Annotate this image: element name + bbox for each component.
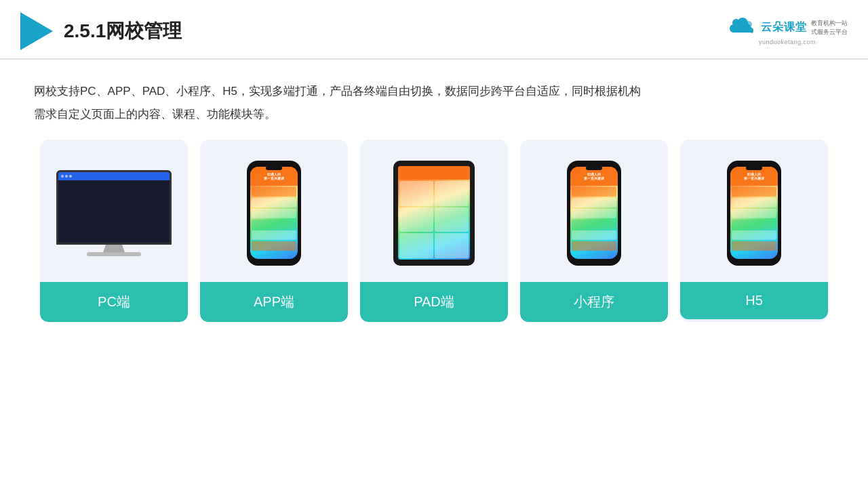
- phone-app-frame: 职通人的第一堂兴趣课: [247, 161, 301, 266]
- card-h5-image: 职通人的第一堂兴趣课: [680, 140, 828, 282]
- phone-notch: [266, 166, 282, 170]
- page-title: 2.5.1网校管理: [64, 18, 182, 44]
- phone-h5-content: [730, 186, 778, 259]
- brand-name-en: yunduoketang.com: [759, 39, 816, 45]
- card-pad-image: [360, 140, 508, 282]
- phone-h5-mockup: 职通人的第一堂兴趣课: [727, 161, 781, 266]
- phone-h5-notch: [746, 166, 762, 170]
- cloud-icon: [727, 18, 757, 38]
- brand-name-cn: 云朵课堂: [761, 20, 807, 35]
- brand-slogan: 教育机构一站 式服务云平台: [811, 19, 848, 36]
- phone-mini-content: [570, 186, 618, 259]
- brand-logo: 云朵课堂 教育机构一站 式服务云平台 yunduoketang.com: [727, 18, 848, 45]
- pc-device-mockup: [56, 170, 172, 256]
- phone-app-screen: 职通人的第一堂兴趣课: [250, 167, 298, 259]
- card-pc-image: [40, 140, 188, 282]
- main-content: 网校支持PC、APP、PAD、小程序、H5，实现多端打通，产品各终端自由切换，数…: [0, 60, 868, 336]
- phone-mini-mockup: 职通人的第一堂兴趣课: [567, 161, 621, 266]
- card-pc-label: PC端: [40, 282, 188, 322]
- logo-triangle-icon: [20, 12, 53, 50]
- card-pad: PAD端: [360, 140, 508, 322]
- card-app-image: 职通人的第一堂兴趣课: [200, 140, 348, 282]
- card-pad-label: PAD端: [360, 282, 508, 322]
- card-h5: 职通人的第一堂兴趣课 H5: [680, 140, 828, 322]
- header: 2.5.1网校管理 云朵课堂 教育机构一站 式服务云平台 yunduoketan…: [0, 0, 868, 60]
- card-pc: PC端: [40, 140, 188, 322]
- description-text: 网校支持PC、APP、PAD、小程序、H5，实现多端打通，产品各终端自由切换，数…: [34, 80, 834, 126]
- header-right: 云朵课堂 教育机构一站 式服务云平台 yunduoketang.com: [727, 18, 848, 45]
- tablet-mockup: [393, 161, 475, 266]
- header-left: 2.5.1网校管理: [20, 12, 182, 50]
- phone-mini-screen: 职通人的第一堂兴趣课: [570, 167, 618, 259]
- phone-screen-content: [250, 186, 298, 259]
- brand-icon: 云朵课堂 教育机构一站 式服务云平台: [727, 18, 848, 38]
- card-h5-label: H5: [680, 282, 828, 319]
- tablet-frame: [393, 161, 475, 266]
- tablet-screen: [398, 166, 470, 260]
- card-app: 职通人的第一堂兴趣课 APP端: [200, 140, 348, 322]
- card-miniapp: 职通人的第一堂兴趣课 小程序: [520, 140, 668, 322]
- phone-app-mockup: 职通人的第一堂兴趣课: [247, 161, 301, 266]
- pc-screen: [56, 170, 172, 245]
- phone-h5-frame: 职通人的第一堂兴趣课: [727, 161, 781, 266]
- phone-h5-screen: 职通人的第一堂兴趣课: [730, 167, 778, 259]
- card-miniapp-image: 职通人的第一堂兴趣课: [520, 140, 668, 282]
- card-miniapp-label: 小程序: [520, 282, 668, 322]
- card-app-label: APP端: [200, 282, 348, 322]
- cards-container: PC端 职通人的第一堂兴趣课: [34, 140, 834, 322]
- phone-mini-frame: 职通人的第一堂兴趣课: [567, 161, 621, 266]
- phone-mini-notch: [586, 166, 602, 170]
- svg-point-0: [745, 21, 752, 28]
